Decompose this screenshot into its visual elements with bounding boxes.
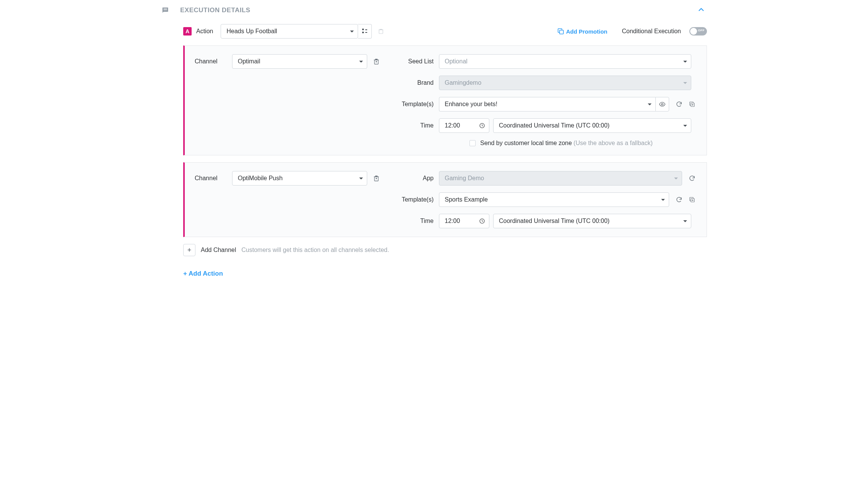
- page-title: EXECUTION DETAILS: [180, 6, 685, 14]
- chevron-down-icon: [683, 125, 687, 127]
- template-copy-button[interactable]: [687, 195, 697, 204]
- copy-plus-icon: [689, 196, 695, 203]
- template-select[interactable]: Enhance your bets!: [439, 97, 655, 111]
- copy-icon: [558, 28, 564, 34]
- conditional-execution-label: Conditional Execution: [622, 28, 681, 35]
- app-value: Gaming Demo: [445, 175, 484, 182]
- chevron-down-icon: [683, 82, 687, 84]
- brand-select: Gamingdemo: [439, 76, 691, 90]
- copy-plus-icon: [689, 101, 695, 108]
- svg-rect-2: [362, 29, 364, 30]
- chevron-down-icon: [648, 103, 652, 105]
- svg-rect-12: [375, 59, 378, 60]
- eye-icon: [659, 101, 666, 108]
- add-promotion-link[interactable]: Add Promotion: [558, 28, 607, 35]
- template-refresh-button[interactable]: [674, 195, 684, 204]
- trash-icon: [378, 28, 384, 34]
- chevron-up-icon: [697, 5, 705, 14]
- timezone-value: Coordinated Universal Time (UTC 00:00): [499, 218, 610, 224]
- refresh-icon: [676, 101, 682, 108]
- channel-select-value: Optimail: [238, 58, 260, 65]
- delete-action-button: [376, 27, 386, 36]
- channel-select-value: OptiMobile Push: [238, 175, 282, 182]
- local-time-checkbox[interactable]: [469, 140, 476, 146]
- brand-value: Gamingdemo: [445, 79, 481, 86]
- svg-rect-0: [163, 8, 167, 9]
- trash-icon: [373, 58, 379, 65]
- template-select[interactable]: Sports Example: [439, 192, 669, 207]
- action-select[interactable]: Heads Up Football: [221, 24, 358, 39]
- local-time-hint: (Use the above as a fallback): [574, 140, 653, 146]
- toggle-state-text: OFF: [698, 29, 705, 32]
- svg-rect-6: [379, 30, 383, 34]
- collapse-button[interactable]: [695, 4, 707, 16]
- chevron-down-icon: [661, 199, 665, 201]
- clock-icon: [479, 123, 485, 129]
- templates-label: Template(s): [388, 196, 434, 203]
- svg-rect-3: [365, 29, 367, 30]
- svg-rect-1: [163, 10, 167, 10]
- template-preview-button[interactable]: [655, 97, 669, 111]
- local-time-label: Send by customer local time zone (Use th…: [480, 140, 653, 147]
- clock-icon: [479, 218, 485, 224]
- delete-channel-button[interactable]: [372, 174, 381, 183]
- chevron-down-icon: [674, 178, 678, 179]
- timezone-select[interactable]: Coordinated Universal Time (UTC 00:00): [493, 118, 691, 133]
- chevron-down-icon: [359, 178, 363, 179]
- add-promotion-label: Add Promotion: [566, 28, 607, 35]
- chevron-down-icon: [683, 61, 687, 63]
- time-input[interactable]: 12:00: [439, 118, 489, 133]
- add-action-link[interactable]: + Add Action: [183, 270, 707, 278]
- action-select-value: Heads Up Football: [226, 28, 277, 35]
- app-refresh-button[interactable]: [687, 174, 697, 183]
- template-value: Sports Example: [445, 196, 488, 203]
- channel-label: Channel: [195, 175, 225, 182]
- tree-icon: [362, 28, 368, 34]
- time-input[interactable]: 12:00: [439, 214, 489, 228]
- app-label: App: [388, 175, 434, 182]
- channel-block-2: Channel OptiMobile Push: [183, 162, 707, 237]
- timezone-select[interactable]: Coordinated Universal Time (UTC 00:00): [493, 214, 691, 228]
- time-label: Time: [388, 122, 434, 129]
- time-label: Time: [388, 218, 434, 224]
- template-value: Enhance your bets!: [445, 101, 497, 108]
- channel-label: Channel: [195, 58, 225, 65]
- channel-select[interactable]: OptiMobile Push: [232, 171, 367, 186]
- templates-label: Template(s): [388, 101, 434, 108]
- trash-icon: [373, 175, 379, 182]
- add-channel-button[interactable]: +: [183, 244, 195, 256]
- svg-rect-23: [375, 176, 378, 176]
- channel-select[interactable]: Optimail: [232, 54, 367, 69]
- template-refresh-button[interactable]: [674, 100, 684, 109]
- chat-icon: [161, 6, 169, 15]
- chevron-down-icon: [683, 220, 687, 222]
- channel-block-1: Channel Optimail: [183, 45, 707, 155]
- action-tree-button[interactable]: [358, 24, 372, 39]
- action-row: A Action Heads Up Football: [183, 24, 707, 39]
- svg-rect-22: [374, 177, 378, 181]
- conditional-execution-toggle[interactable]: OFF: [689, 27, 707, 36]
- refresh-icon: [676, 196, 682, 203]
- chevron-down-icon: [350, 31, 354, 32]
- seed-list-label: Seed List: [388, 58, 434, 65]
- brand-label: Brand: [388, 79, 434, 86]
- chevron-down-icon: [359, 61, 363, 63]
- seed-list-placeholder: Optional: [445, 58, 468, 65]
- svg-point-16: [661, 103, 663, 105]
- svg-rect-4: [362, 32, 364, 33]
- svg-rect-5: [365, 32, 367, 33]
- template-copy-button[interactable]: [687, 100, 697, 109]
- time-value: 12:00: [445, 218, 460, 224]
- svg-rect-11: [374, 60, 378, 64]
- action-label: Action: [196, 28, 213, 35]
- timezone-value: Coordinated Universal Time (UTC 00:00): [499, 122, 610, 129]
- add-channel-label: Add Channel: [201, 247, 236, 253]
- add-channel-hint: Customers will get this action on all ch…: [242, 247, 389, 253]
- refresh-icon: [689, 175, 695, 182]
- add-channel-row: + Add Channel Customers will get this ac…: [183, 244, 707, 256]
- svg-rect-10: [560, 30, 563, 34]
- action-badge: A: [183, 27, 192, 36]
- seed-list-select[interactable]: Optional: [439, 54, 691, 69]
- app-select: Gaming Demo: [439, 171, 682, 186]
- delete-channel-button[interactable]: [372, 57, 381, 66]
